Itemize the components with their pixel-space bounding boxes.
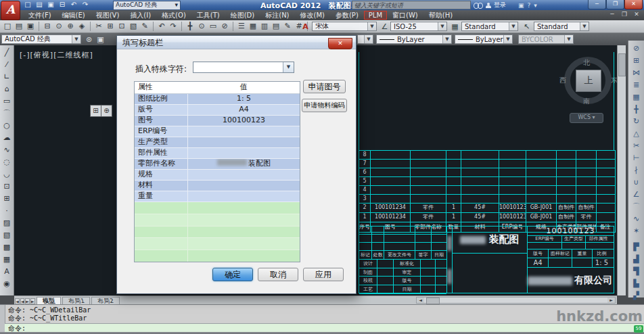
dialog-close-button[interactable]: ✕ bbox=[328, 38, 352, 49]
markup-icon[interactable]: ✎ bbox=[282, 21, 293, 32]
restore-button[interactable]: ❐ bbox=[606, 0, 624, 9]
font-style-combo[interactable]: 宋体 ▼ bbox=[312, 22, 377, 31]
block-editor-icon[interactable]: ✎ bbox=[139, 21, 150, 32]
minimize-button[interactable]: ─ bbox=[588, 0, 606, 9]
menu-item-参数(P)[interactable]: 参数(P) bbox=[330, 10, 364, 21]
workspace-save-icon[interactable]: ▣ bbox=[95, 34, 106, 45]
tab-模型[interactable]: 模型 bbox=[37, 297, 61, 304]
menu-item-绘图(D)[interactable]: 绘图(D) bbox=[225, 10, 260, 21]
save-icon[interactable]: ▣ bbox=[25, 21, 36, 32]
blend-icon[interactable]: ∿ bbox=[630, 213, 642, 225]
publish-icon[interactable]: ⊕ bbox=[65, 21, 76, 32]
attribute-row[interactable]: ERP编号 bbox=[135, 126, 300, 137]
workspace-switcher-top[interactable]: AutoCAD 经典 ▾ bbox=[113, 1, 181, 10]
viewcube-north[interactable]: 北 bbox=[583, 58, 590, 68]
linetype-combo[interactable]: ByLayer ▼ bbox=[376, 34, 452, 44]
wcs-menu[interactable]: WCS ▾ bbox=[570, 113, 603, 123]
ok-button[interactable]: 确定 bbox=[212, 268, 253, 281]
menu-item-标注(N)[interactable]: 标注(N) bbox=[260, 10, 294, 21]
offset-icon[interactable]: ≣ bbox=[630, 79, 642, 91]
menu-item-视图(V)[interactable]: 视图(V) bbox=[91, 10, 125, 21]
request-material-code-button[interactable]: 申请物料编码 bbox=[302, 99, 347, 112]
chevron-down-icon[interactable]: ▾ bbox=[534, 2, 537, 9]
viewport-controls-label[interactable]: [-][俯视][二维线框] bbox=[20, 50, 93, 60]
fillet-icon[interactable]: ⌒ bbox=[630, 201, 642, 213]
cut-icon[interactable]: ✂ bbox=[93, 21, 104, 32]
properties-palette-icon[interactable]: ☰ bbox=[236, 21, 247, 32]
new-icon[interactable]: □ bbox=[23, 1, 32, 9]
viewport-globe-icon[interactable]: ⊕ bbox=[101, 105, 112, 116]
mleader-style-combo[interactable]: Standard ▼ bbox=[534, 22, 589, 31]
send-to-back-icon[interactable]: ▟ bbox=[630, 254, 642, 266]
bring-above-icon[interactable]: ▜ bbox=[630, 266, 642, 278]
spline-icon[interactable]: ∿ bbox=[1, 144, 13, 156]
workspace-combo[interactable]: AutoCAD 经典 ▼ bbox=[1, 34, 81, 44]
menu-item-格式(O)[interactable]: 格式(O) bbox=[156, 10, 191, 21]
sign-in-link[interactable]: 登录 bbox=[494, 1, 506, 9]
attribute-row[interactable]: 零部件名称装配图 bbox=[135, 159, 300, 170]
break-icon[interactable]: ∤ bbox=[630, 164, 642, 176]
help-search-input[interactable] bbox=[352, 1, 471, 9]
table-style-combo[interactable]: Standard ▼ bbox=[461, 22, 518, 31]
attribute-row[interactable]: 规格 bbox=[135, 170, 300, 181]
open-icon[interactable]: ▤ bbox=[14, 21, 24, 32]
text-style-icon[interactable]: A bbox=[300, 22, 310, 32]
command-input-line[interactable]: 命令: bbox=[5, 323, 644, 333]
zoom-realtime-icon[interactable]: ⊙ bbox=[196, 21, 207, 32]
empty-row[interactable] bbox=[135, 250, 300, 262]
menu-item-工具(T)[interactable]: 工具(T) bbox=[191, 10, 225, 21]
plot-preview-icon[interactable]: ⊙ bbox=[53, 21, 64, 32]
match-properties-icon[interactable]: ▧ bbox=[128, 21, 139, 32]
point-style-icon[interactable]: ◉ bbox=[1, 278, 13, 290]
dim-style-combo[interactable]: ISO-25 ▼ bbox=[390, 22, 447, 31]
doc-restore-button[interactable]: ❐ bbox=[620, 11, 629, 18]
scale-icon[interactable]: △ bbox=[630, 128, 642, 140]
3d-dwf-icon[interactable]: ◈ bbox=[76, 21, 87, 32]
multiline-text-icon[interactable]: A bbox=[1, 266, 13, 278]
attribute-row[interactable]: 生产类型 bbox=[135, 137, 300, 148]
doc-minimize-button[interactable]: ─ bbox=[607, 11, 617, 18]
mirror-icon[interactable]: ⋈ bbox=[630, 67, 642, 79]
prev-tab-icon[interactable]: ◄ bbox=[20, 298, 25, 304]
gradient-icon[interactable]: ▧ bbox=[1, 229, 13, 241]
horizontal-scroll-thumb[interactable] bbox=[426, 297, 440, 304]
close-button[interactable]: ✕ bbox=[624, 0, 643, 9]
ellipse-arc-icon[interactable]: ◡ bbox=[1, 168, 13, 181]
sheet-set-manager-icon[interactable]: ▤ bbox=[271, 21, 281, 32]
vertical-scroll-thumb[interactable] bbox=[618, 53, 626, 76]
move-icon[interactable]: ╋ bbox=[630, 103, 642, 116]
plot-icon[interactable]: ⊟ bbox=[58, 1, 67, 9]
pan-icon[interactable]: ╋ bbox=[185, 21, 196, 32]
first-tab-icon[interactable]: ◄ bbox=[15, 298, 20, 304]
save-icon[interactable]: ▣ bbox=[46, 1, 55, 9]
viewcube-south[interactable]: 南 bbox=[583, 97, 590, 106]
construction-line-icon[interactable]: ⁄ bbox=[1, 59, 13, 71]
special-char-select[interactable]: ▼ bbox=[193, 62, 294, 73]
rectangle-icon[interactable]: ▭ bbox=[1, 95, 13, 108]
arc-icon[interactable]: ⌒ bbox=[1, 108, 13, 120]
dim-style-icon[interactable]: ∠ bbox=[380, 22, 390, 32]
circle-icon[interactable]: ○ bbox=[1, 120, 13, 132]
zoom-window-icon[interactable]: ▭ bbox=[208, 21, 218, 32]
undo-icon[interactable]: ↶ bbox=[69, 1, 78, 9]
extend-icon[interactable]: ⊢ bbox=[630, 152, 642, 164]
lineweight-combo[interactable]: ByLayer ▼ bbox=[455, 34, 513, 44]
viewcube-west[interactable]: 西 bbox=[559, 76, 566, 85]
apply-button[interactable]: 应用 bbox=[303, 268, 344, 281]
next-tab-icon[interactable]: ► bbox=[25, 298, 30, 304]
copy-icon[interactable]: ⊞ bbox=[630, 55, 642, 67]
menu-item-窗口(W)[interactable]: 窗口(W) bbox=[387, 10, 423, 21]
menu-item-文件(F)[interactable]: 文件(F) bbox=[23, 10, 57, 21]
menu-item-插入(I)[interactable]: 插入(I) bbox=[124, 10, 156, 21]
make-block-icon[interactable]: ⊞ bbox=[1, 193, 13, 205]
autocad-logo-button[interactable]: A bbox=[1, 1, 20, 20]
menu-item-帮助(H)[interactable]: 帮助(H) bbox=[423, 10, 458, 21]
menu-item-PLM[interactable]: PLM bbox=[364, 11, 387, 20]
viewcube-top-face[interactable]: 上 bbox=[576, 70, 601, 92]
tool-palettes-icon[interactable]: ▥ bbox=[259, 21, 270, 32]
tab-布局2[interactable]: 布局2 bbox=[91, 297, 120, 304]
attribute-row[interactable]: 重量 bbox=[135, 191, 300, 202]
table-style-icon[interactable]: ▦ bbox=[450, 22, 460, 32]
vertical-scrollbar[interactable]: ▲ ▼ bbox=[617, 45, 626, 295]
new-icon[interactable]: □ bbox=[2, 21, 13, 32]
